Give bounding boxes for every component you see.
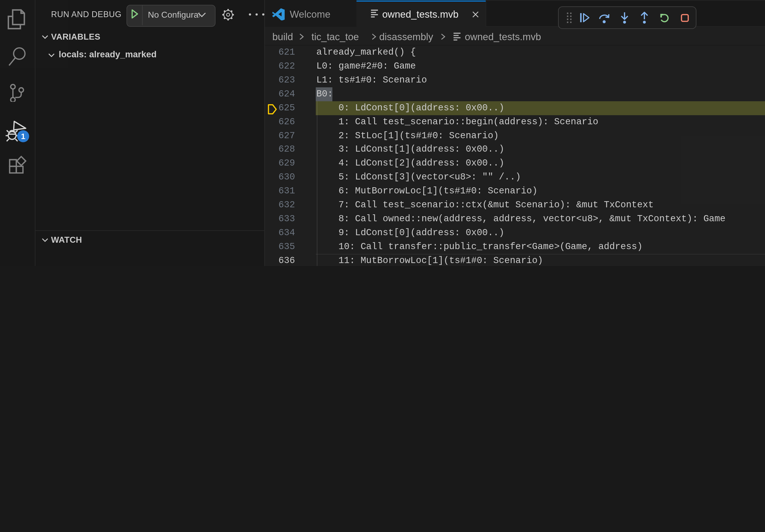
svg-text:1: 1 xyxy=(21,132,25,140)
